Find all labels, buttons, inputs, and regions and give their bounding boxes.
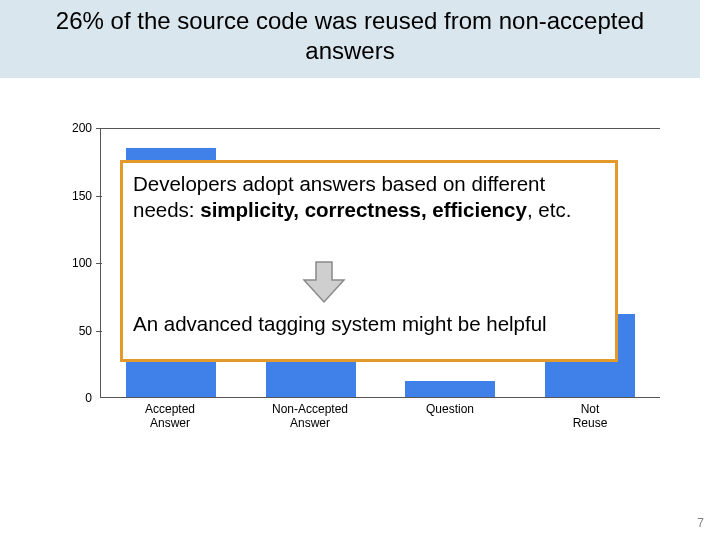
x-tick-label: NotReuse <box>530 402 650 430</box>
callout-post: , etc. <box>527 198 571 221</box>
callout-text-2: An advanced tagging system might be help… <box>133 311 547 337</box>
x-tick-label: AcceptedAnswer <box>110 402 230 430</box>
y-tick-label: 50 <box>79 324 92 338</box>
callout-bold: simplicity, correctness, efficiency <box>200 198 527 221</box>
slide: 26% of the source code was reused from n… <box>0 0 720 540</box>
y-axis: 200 150 100 50 0 <box>60 128 100 398</box>
y-tick-label: 200 <box>72 121 92 135</box>
bar-question <box>405 381 495 397</box>
down-arrow-icon <box>298 258 350 310</box>
title-bar: 26% of the source code was reused from n… <box>0 0 700 78</box>
page-number: 7 <box>697 516 704 530</box>
callout-box: Developers adopt answers based on differ… <box>120 160 618 362</box>
callout-text-1: Developers adopt answers based on differ… <box>133 171 605 223</box>
y-tick-label: 0 <box>85 391 92 405</box>
x-tick-label: Question <box>390 402 510 430</box>
y-tick-label: 150 <box>72 189 92 203</box>
y-tick-label: 100 <box>72 256 92 270</box>
x-axis: AcceptedAnswer Non-AcceptedAnswer Questi… <box>100 402 660 430</box>
page-title: 26% of the source code was reused from n… <box>20 6 680 66</box>
x-tick-label: Non-AcceptedAnswer <box>250 402 370 430</box>
